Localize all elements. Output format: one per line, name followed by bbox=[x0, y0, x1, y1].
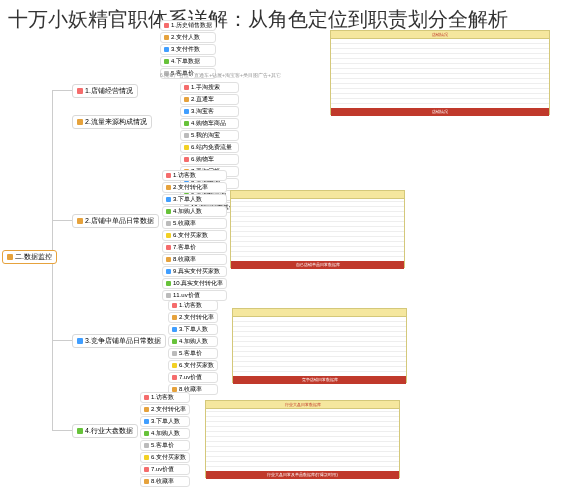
leaf-node[interactable]: 1.访客数 bbox=[140, 392, 190, 403]
leaf-label: 6.站内免费流量 bbox=[191, 143, 232, 152]
branch-1-sub[interactable]: 2.流量来源构成情况 bbox=[72, 115, 152, 129]
leaf-node[interactable]: 5.收藏率 bbox=[162, 218, 227, 229]
table-head: 店铺情况 bbox=[331, 31, 549, 39]
leaf-node[interactable]: 4.加购人数 bbox=[140, 428, 190, 439]
leaf-node[interactable]: 6.站内免费流量 bbox=[180, 142, 239, 153]
branch-4[interactable]: 4.行业大盘数据 bbox=[72, 424, 138, 438]
leaf-node[interactable]: 10.真实支付转化率 bbox=[162, 278, 227, 289]
leaf-label: 3.下单人数 bbox=[179, 325, 208, 334]
leaf-node[interactable]: 3.下单人数 bbox=[162, 194, 227, 205]
color-swatch bbox=[184, 121, 189, 126]
table-head bbox=[231, 191, 404, 199]
leaf-label: 4.加购人数 bbox=[151, 429, 180, 438]
leaf-node[interactable]: 2.直通车 bbox=[180, 94, 239, 105]
color-swatch bbox=[166, 257, 171, 262]
table-head: 行业大盘日常数据库 bbox=[206, 401, 399, 409]
leaf-label: 6.支付买家数 bbox=[173, 231, 208, 240]
leaf-label: 5.客单价 bbox=[151, 441, 174, 450]
color-swatch bbox=[172, 375, 177, 380]
leaf-node[interactable]: 4.购物车商品 bbox=[180, 118, 239, 129]
color-swatch bbox=[7, 254, 13, 260]
leaf-label: 5.收藏率 bbox=[173, 219, 196, 228]
leaf-node[interactable]: 6.购物车 bbox=[180, 154, 239, 165]
color-swatch bbox=[77, 88, 83, 94]
leaf-label: 2.支付转化率 bbox=[151, 405, 186, 414]
leaf-label: 1.历史销售数据 bbox=[171, 21, 212, 30]
leaf-node[interactable]: 5.客单价 bbox=[168, 348, 218, 359]
branch-3[interactable]: 3.竞争店铺单品日常数据 bbox=[72, 334, 166, 348]
root-node[interactable]: 二.数据监控 bbox=[2, 250, 57, 264]
color-swatch bbox=[172, 351, 177, 356]
leaf-node[interactable]: 2.支付转化率 bbox=[162, 182, 227, 193]
leaf-label: 6.购物车 bbox=[191, 155, 214, 164]
leaf-node[interactable]: 5.我的淘宝 bbox=[180, 130, 239, 141]
color-swatch bbox=[164, 23, 169, 28]
leaf-node[interactable]: 6.支付买家数 bbox=[162, 230, 227, 241]
leaf-node[interactable]: 5.客单价 bbox=[140, 440, 190, 451]
leaf-node[interactable]: 3.支付件数 bbox=[160, 44, 216, 55]
color-swatch bbox=[172, 303, 177, 308]
leaf-node[interactable]: 2.支付人数 bbox=[160, 32, 216, 43]
color-swatch bbox=[166, 173, 171, 178]
leaf-label: 1.访客数 bbox=[173, 171, 196, 180]
table-thumb-4: 行业大盘日常数据库 行业大盘日常及单品数据库(打爆款时用) bbox=[205, 400, 400, 478]
branch-2-label: 2.店铺中单品日常数据 bbox=[85, 216, 154, 226]
branch-2[interactable]: 2.店铺中单品日常数据 bbox=[72, 214, 159, 228]
color-swatch bbox=[77, 218, 83, 224]
color-swatch bbox=[184, 157, 189, 162]
leaf-label: 5.客单价 bbox=[179, 349, 202, 358]
color-swatch bbox=[144, 443, 149, 448]
leaf-label: 7.客单价 bbox=[173, 243, 196, 252]
leaf-node[interactable]: 8.收藏率 bbox=[140, 476, 190, 487]
leaf-label: 1.访客数 bbox=[151, 393, 174, 402]
color-swatch bbox=[77, 119, 83, 125]
leaf-node[interactable]: 4.加购人数 bbox=[162, 206, 227, 217]
leaf-node[interactable]: 9.真实支付买家数 bbox=[162, 266, 227, 277]
leaf-node[interactable]: 2.支付转化率 bbox=[168, 312, 218, 323]
leaf-node[interactable]: 2.支付转化率 bbox=[140, 404, 190, 415]
leaf-label: 4.加购人数 bbox=[179, 337, 208, 346]
leaf-label: 2.直通车 bbox=[191, 95, 214, 104]
leaf-node[interactable]: 4.下单数据 bbox=[160, 56, 216, 67]
root-label: 二.数据监控 bbox=[15, 252, 52, 262]
leaf-label: 6.支付买家数 bbox=[179, 361, 214, 370]
color-swatch bbox=[164, 35, 169, 40]
leaf-node[interactable]: 3.淘宝客 bbox=[180, 106, 239, 117]
color-swatch bbox=[144, 431, 149, 436]
color-swatch bbox=[166, 281, 171, 286]
leaf-node[interactable]: 1.访客数 bbox=[168, 300, 218, 311]
leaf-node[interactable]: 4.加购人数 bbox=[168, 336, 218, 347]
leaf-label: 5.我的淘宝 bbox=[191, 131, 220, 140]
leaf-label: 4.下单数据 bbox=[171, 57, 200, 66]
leaf-label: 2.支付转化率 bbox=[179, 313, 214, 322]
leaf-node[interactable]: 3.下单人数 bbox=[168, 324, 218, 335]
branch-3-label: 3.竞争店铺单品日常数据 bbox=[85, 336, 161, 346]
leaf-node[interactable]: 7.uv价值 bbox=[140, 464, 190, 475]
table-foot: 竞争店铺日常数据库 bbox=[233, 376, 406, 384]
color-swatch bbox=[184, 145, 189, 150]
table-thumb-1: 店铺情况 店铺情况 bbox=[330, 30, 550, 115]
leaf-label: 11.uv价值 bbox=[173, 291, 200, 300]
leaf-node[interactable]: 6.支付买家数 bbox=[168, 360, 218, 371]
branch-1-sub-label: 2.流量来源构成情况 bbox=[85, 117, 147, 127]
leaf-node[interactable]: 3.下单人数 bbox=[140, 416, 190, 427]
leaf-node[interactable]: 7.客单价 bbox=[162, 242, 227, 253]
leaf-node[interactable]: 1.手淘搜索 bbox=[180, 82, 239, 93]
table-foot: 店铺情况 bbox=[331, 108, 549, 116]
color-swatch bbox=[166, 185, 171, 190]
leaf-label: 2.支付转化率 bbox=[173, 183, 208, 192]
color-swatch bbox=[77, 338, 83, 344]
color-swatch bbox=[184, 85, 189, 90]
leaf-node[interactable]: 1.访客数 bbox=[162, 170, 227, 181]
branch-1[interactable]: 1.店铺经营情况 bbox=[72, 84, 138, 98]
leaf-node[interactable]: 8.收藏率 bbox=[162, 254, 227, 265]
color-swatch bbox=[172, 363, 177, 368]
color-swatch bbox=[166, 293, 171, 298]
leaf-label: 4.加购人数 bbox=[173, 207, 202, 216]
leaf-node[interactable]: 7.uv价值 bbox=[168, 372, 218, 383]
branch-4-label: 4.行业大盘数据 bbox=[85, 426, 133, 436]
color-swatch bbox=[144, 407, 149, 412]
leaf-node[interactable]: 6.支付买家数 bbox=[140, 452, 190, 463]
leaf-label: 8.收藏率 bbox=[151, 477, 174, 486]
leaf-node[interactable]: 1.历史销售数据 bbox=[160, 20, 216, 31]
